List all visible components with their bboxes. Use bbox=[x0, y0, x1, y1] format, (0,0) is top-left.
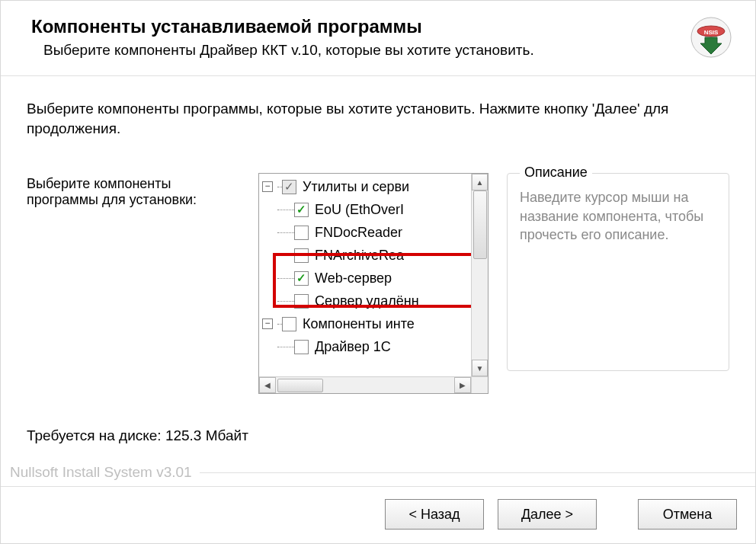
tree-item-driver1c[interactable]: Драйвер 1С bbox=[262, 335, 476, 358]
button-bar: < Назад Далее > Отмена bbox=[1, 486, 755, 543]
divider bbox=[200, 472, 755, 473]
back-button[interactable]: < Назад bbox=[385, 499, 484, 530]
horizontal-scrollbar[interactable]: ◀ ▶ bbox=[259, 376, 471, 393]
disk-space-label: Требуется на диске: 125.3 Мбайт bbox=[27, 427, 729, 444]
scroll-left-icon[interactable]: ◀ bbox=[259, 377, 276, 393]
checkbox-unchecked[interactable] bbox=[294, 248, 309, 263]
scroll-down-icon[interactable]: ▼ bbox=[472, 360, 488, 376]
components-tree[interactable]: − ✓ Утилиты и серви ✓ EoU (EthOverI bbox=[258, 173, 489, 394]
branding-line: Nullsoft Install System v3.01 bbox=[1, 459, 755, 486]
instructions-text: Выберите компоненты программы, которые в… bbox=[27, 99, 729, 138]
tree-item-fndocreader[interactable]: FNDocReader bbox=[262, 221, 476, 244]
description-groupbox: Описание Наведите курсор мыши на названи… bbox=[507, 173, 729, 371]
checkbox-mixed[interactable]: ✓ bbox=[282, 180, 296, 194]
checkbox-unchecked[interactable] bbox=[294, 294, 309, 309]
header: Компоненты устанавливаемой программы Выб… bbox=[1, 1, 755, 76]
checkbox-checked[interactable]: ✓ bbox=[294, 203, 309, 217]
scroll-up-icon[interactable]: ▲ bbox=[472, 174, 488, 190]
tree-group-integration[interactable]: − Компоненты инте bbox=[262, 312, 476, 335]
description-legend: Описание bbox=[520, 165, 592, 181]
page-subtitle: Выберите компоненты Драйвер ККТ v.10, ко… bbox=[31, 42, 681, 59]
scroll-right-icon[interactable]: ▶ bbox=[454, 377, 471, 393]
select-components-label: Выберите компоненты программы для устано… bbox=[27, 173, 240, 208]
description-body: Наведите курсор мыши на название компоне… bbox=[520, 188, 716, 244]
cancel-button[interactable]: Отмена bbox=[638, 499, 737, 530]
tree-item-fnarchive[interactable]: FNArchiveRea bbox=[262, 244, 476, 267]
checkbox-checked[interactable]: ✓ bbox=[294, 271, 309, 286]
vertical-scrollbar[interactable]: ▲ ▼ bbox=[471, 174, 488, 376]
collapse-icon[interactable]: − bbox=[262, 181, 273, 192]
installer-logo-icon: NSIS bbox=[690, 16, 732, 59]
body-panel: Выберите компоненты программы, которые в… bbox=[1, 76, 755, 459]
installer-window: Компоненты устанавливаемой программы Выб… bbox=[0, 0, 756, 544]
tree-group-utilities[interactable]: − ✓ Утилиты и серви bbox=[262, 175, 476, 198]
tree-item-eou[interactable]: ✓ EoU (EthOverI bbox=[262, 198, 476, 221]
checkbox-unchecked[interactable] bbox=[294, 226, 309, 240]
branding-text: Nullsoft Install System v3.01 bbox=[10, 464, 192, 481]
tree-item-remoteserver[interactable]: Сервер удалённ bbox=[262, 290, 476, 312]
page-title: Компоненты устанавливаемой программы bbox=[31, 16, 681, 37]
checkbox-unchecked[interactable] bbox=[294, 340, 309, 354]
next-button[interactable]: Далее > bbox=[498, 499, 597, 530]
scroll-corner bbox=[471, 376, 488, 393]
tree-item-webserver[interactable]: ✓ Web-сервер bbox=[262, 267, 476, 290]
scroll-thumb[interactable] bbox=[473, 190, 487, 259]
scroll-thumb[interactable] bbox=[277, 379, 323, 392]
checkbox-unchecked[interactable] bbox=[282, 317, 296, 331]
collapse-icon[interactable]: − bbox=[262, 318, 273, 329]
svg-text:NSIS: NSIS bbox=[704, 29, 719, 36]
